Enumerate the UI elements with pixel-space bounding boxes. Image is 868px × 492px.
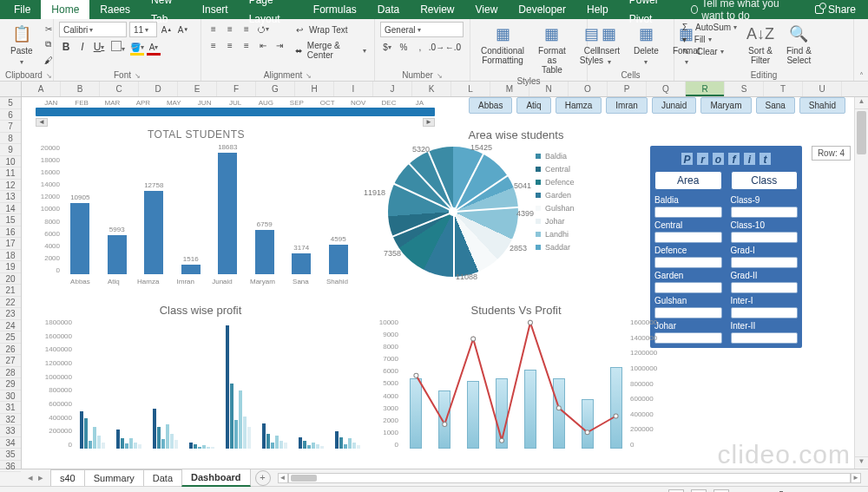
tab-formulas[interactable]: Formulas <box>303 0 367 19</box>
col-header-N[interactable]: N <box>529 82 569 96</box>
row-header-12[interactable]: 12 <box>0 180 21 192</box>
col-header-H[interactable]: H <box>295 82 334 96</box>
autosum-button[interactable]: Σ AutoSum▾ <box>680 22 740 33</box>
decrease-indent-button[interactable]: ⇤ <box>256 38 270 52</box>
align-left-button[interactable]: ≡ <box>207 38 220 52</box>
orientation-button[interactable]: ⭯▾ <box>256 22 270 36</box>
profit-area-garden[interactable]: Garden <box>654 271 722 293</box>
view-normal-button[interactable] <box>668 489 684 493</box>
profit-class-inter-i[interactable]: Inter-I <box>731 296 799 318</box>
merge-center-button[interactable]: ⬌Merge & Center▾ <box>290 40 369 61</box>
align-top-button[interactable]: ≡ <box>207 22 220 36</box>
align-middle-button[interactable]: ≡ <box>223 22 237 36</box>
sheet-nav-next[interactable]: ▸ <box>36 472 45 483</box>
row-header-6[interactable]: 6 <box>0 109 21 121</box>
profit-area-baldia[interactable]: Baldia <box>654 195 722 218</box>
tab-raees[interactable]: Raees <box>89 0 141 19</box>
tab-data[interactable]: Data <box>367 0 410 19</box>
slicer-chip-sana[interactable]: Sana <box>756 97 795 114</box>
row-header-30[interactable]: 30 <box>0 390 21 403</box>
view-pagelayout-button[interactable] <box>691 489 707 493</box>
col-header-C[interactable]: C <box>100 82 139 96</box>
increase-font-button[interactable]: A▲ <box>160 23 174 36</box>
slicer-chip-atiq[interactable]: Atiq <box>516 97 550 114</box>
col-header-S[interactable]: S <box>725 82 764 96</box>
col-header-K[interactable]: K <box>412 82 451 96</box>
profit-area-gulshan[interactable]: Gulshan <box>654 296 722 318</box>
increase-indent-button[interactable]: ⇥ <box>273 38 286 52</box>
sheet-canvas[interactable]: JANFEBMARAPRMAYJUNJULAUGSEPOCTNOVDECJA ◄… <box>22 97 854 469</box>
col-header-T[interactable]: T <box>764 82 803 96</box>
row-header-34[interactable]: 34 <box>0 437 21 449</box>
row-header-9[interactable]: 9 <box>0 144 21 156</box>
col-header-A[interactable]: A <box>22 82 61 96</box>
tab-insert[interactable]: Insert <box>192 0 239 19</box>
font-size-combo[interactable]: 11▾ <box>129 22 157 37</box>
chart-total-students[interactable]: TOTAL STUDENTS 2000018000160001400012000… <box>36 128 357 293</box>
row-header-8[interactable]: 8 <box>0 133 21 145</box>
align-center-button[interactable]: ≡ <box>223 38 237 52</box>
profit-area-central[interactable]: Central <box>654 220 722 243</box>
timeline-bar[interactable] <box>36 108 435 116</box>
timeline-next-button[interactable]: ► <box>423 118 435 127</box>
tab-home[interactable]: Home <box>41 0 89 19</box>
col-header-P[interactable]: P <box>608 82 647 96</box>
wrap-text-button[interactable]: ↩Wrap Text <box>290 22 369 37</box>
slicer-chip-junaid[interactable]: Junaid <box>652 97 696 114</box>
row-header-36[interactable]: 36 <box>0 461 21 473</box>
profit-class-inter-ii[interactable]: Inter-II <box>731 321 799 344</box>
font-color-button[interactable]: A▾ <box>147 40 161 54</box>
underline-button[interactable]: U▾ <box>92 40 106 54</box>
conditional-formatting-button[interactable]: ▦Conditional Formatting <box>476 22 529 67</box>
row-header-32[interactable]: 32 <box>0 414 21 426</box>
row-header-16[interactable]: 16 <box>0 226 21 239</box>
find-select-button[interactable]: 🔍Find & Select <box>781 22 817 67</box>
profit-class-grad-ii[interactable]: Grad-II <box>731 271 799 293</box>
vertical-scrollbar[interactable]: ▲ ▼ <box>854 97 868 469</box>
row-header-10[interactable]: 10 <box>0 156 21 168</box>
slicer-chip-hamza[interactable]: Hamza <box>556 97 602 114</box>
row-header-22[interactable]: 22 <box>0 297 21 309</box>
align-right-button[interactable]: ≡ <box>240 38 253 52</box>
row-header-11[interactable]: 11 <box>0 167 21 180</box>
col-header-Q[interactable]: Q <box>647 82 686 96</box>
chart-students-vs-profit[interactable]: Students Vs Profit 100009000800070006000… <box>371 304 661 460</box>
share-button[interactable]: Share <box>806 3 865 16</box>
sheet-tab-data[interactable]: Data <box>143 469 182 486</box>
row-header-17[interactable]: 17 <box>0 238 21 250</box>
tab-view[interactable]: View <box>465 0 509 19</box>
col-header-G[interactable]: G <box>256 82 295 96</box>
horizontal-scrollbar[interactable]: ◄ ► <box>278 473 861 483</box>
row-header-25[interactable]: 25 <box>0 331 21 344</box>
col-header-D[interactable]: D <box>139 82 178 96</box>
slicer-chip-abbas[interactable]: Abbas <box>469 97 512 114</box>
col-header-F[interactable]: F <box>217 82 256 96</box>
comma-style-button[interactable]: , <box>413 40 427 54</box>
col-header-E[interactable]: E <box>178 82 217 96</box>
tab-help[interactable]: Help <box>576 0 619 19</box>
profit-class-class-10[interactable]: Class-10 <box>731 220 799 243</box>
new-sheet-button[interactable]: + <box>255 470 271 486</box>
select-all-corner[interactable] <box>0 82 22 96</box>
hscroll-left[interactable]: ◄ <box>278 473 288 483</box>
hscroll-right[interactable]: ► <box>851 473 861 483</box>
tell-me-search[interactable]: Tell me what you want to do <box>681 0 806 22</box>
row-header-27[interactable]: 27 <box>0 355 21 367</box>
font-dialog-launcher[interactable] <box>131 70 141 80</box>
row-header-31[interactable]: 31 <box>0 402 21 414</box>
col-header-R[interactable]: R <box>686 82 725 96</box>
col-header-O[interactable]: O <box>569 82 608 96</box>
accounting-format-button[interactable]: $▾ <box>380 40 394 54</box>
delete-cells-button[interactable]: ▦Delete▾ <box>628 22 664 69</box>
sheet-tab-s40[interactable]: s40 <box>50 469 85 486</box>
profit-class-class-9[interactable]: Class-9 <box>731 195 799 218</box>
profit-area-defence[interactable]: Defence <box>654 246 722 268</box>
percent-button[interactable]: % <box>397 40 411 54</box>
insert-cells-button[interactable]: ▦Insert▾ <box>593 22 625 69</box>
slicer-chip-imran[interactable]: Imran <box>606 97 648 114</box>
tab-review[interactable]: Review <box>410 0 464 19</box>
number-dialog-launcher[interactable] <box>433 70 443 80</box>
timeline-prev-button[interactable]: ◄ <box>36 118 48 127</box>
format-as-table-button[interactable]: ▦Format as Table <box>533 22 571 76</box>
slicer-chip-shahid[interactable]: Shahid <box>799 97 845 114</box>
